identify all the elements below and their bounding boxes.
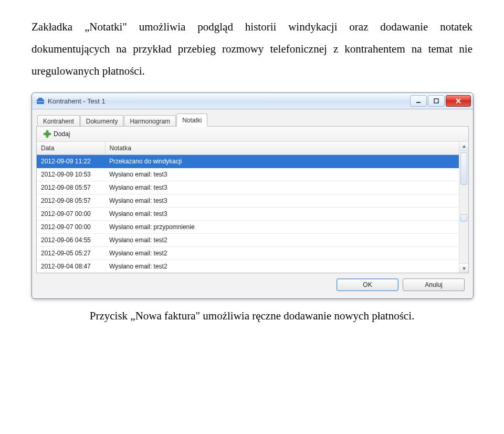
cell-note: Wysłano email: test3 — [105, 208, 468, 221]
tab-strip: Kontrahent Dokumenty Harmonogram Notatki — [36, 113, 469, 127]
cell-date: 2012-09-08 05:57 — [37, 194, 105, 208]
notes-grid-wrap: Data Notatka 2012-09-09 11:22 Przekazano… — [37, 142, 468, 273]
scroll-track[interactable] — [459, 151, 468, 263]
cell-date: 2012-09-07 00:00 — [37, 208, 105, 221]
vertical-scrollbar[interactable] — [459, 142, 468, 273]
svg-marker-11 — [463, 145, 466, 148]
cell-date: 2012-09-08 05:57 — [37, 181, 105, 194]
table-row[interactable]: 2012-09-08 05:57 Wysłano email: test3 — [37, 194, 468, 208]
table-row[interactable]: 2012-09-09 10:53 Wysłano email: test3 — [37, 168, 468, 181]
cell-note: Wysłano email: przypomnienie — [105, 221, 468, 234]
tab-harmonogram[interactable]: Harmonogram — [124, 115, 176, 127]
tab-notatki[interactable]: Notatki — [176, 113, 207, 127]
scroll-up-arrow[interactable] — [459, 142, 468, 151]
minimize-button[interactable] — [410, 95, 427, 107]
scroll-down-arrow[interactable] — [459, 263, 468, 273]
cell-date: 2012-09-09 10:53 — [37, 168, 105, 181]
cell-note: Przekazano do windykacji — [105, 155, 468, 168]
table-row[interactable]: 2012-09-05 05:27 Wysłano email: test2 — [37, 247, 468, 260]
close-button[interactable] — [446, 95, 471, 107]
cell-note: Wysłano email: test3 — [105, 168, 468, 181]
cell-date: 2012-09-05 05:27 — [37, 247, 105, 260]
svg-rect-1 — [38, 98, 43, 100]
col-header-note[interactable]: Notatka — [105, 142, 459, 155]
tab-kontrahent[interactable]: Kontrahent — [37, 115, 80, 127]
tab-panel-notatki: Dodaj Data Notatka — [36, 126, 469, 273]
col-header-date[interactable]: Data — [37, 142, 105, 155]
dialog-window: Kontrahent - Test 1 Kontrahent — [32, 92, 474, 299]
tab-dokumenty[interactable]: Dokumenty — [80, 115, 124, 127]
app-icon — [36, 97, 45, 105]
svg-rect-4 — [434, 99, 438, 103]
add-button[interactable]: Dodaj — [40, 129, 73, 139]
cell-date: 2012-09-09 11:22 — [37, 155, 105, 168]
caption: Przycisk „Nowa faktura" umożliwia ręczne… — [32, 309, 472, 323]
window-title: Kontrahent - Test 1 — [48, 97, 410, 105]
cell-date: 2012-09-04 08:47 — [37, 260, 105, 273]
table-row[interactable]: 2012-09-06 04:55 Wysłano email: test2 — [37, 234, 468, 247]
table-row[interactable]: 2012-09-09 11:22 Przekazano do windykacj… — [37, 155, 468, 168]
dialog-footer: OK Anuluj — [36, 273, 469, 293]
cell-note: Wysłano email: test2 — [105, 234, 468, 247]
cell-note: Wysłano email: test2 — [105, 247, 468, 260]
toolbar: Dodaj — [37, 127, 468, 142]
intro-paragraph: Zakładka „Notatki" umożliwia podgląd his… — [32, 16, 472, 82]
scroll-nub[interactable] — [460, 214, 467, 222]
maximize-button[interactable] — [428, 95, 445, 107]
cell-note: Wysłano email: test3 — [105, 181, 468, 194]
cell-note: Wysłano email: test3 — [105, 194, 468, 208]
grid-header-row: Data Notatka — [37, 142, 468, 155]
cell-note: Wysłano email: test2 — [105, 260, 468, 273]
svg-rect-2 — [37, 101, 44, 102]
table-row[interactable]: 2012-09-04 08:47 Wysłano email: test2 — [37, 260, 468, 273]
titlebar[interactable]: Kontrahent - Test 1 — [32, 93, 473, 109]
svg-rect-3 — [416, 102, 421, 103]
table-row[interactable]: 2012-09-07 00:00 Wysłano email: przypomn… — [37, 221, 468, 234]
client-area: Kontrahent Dokumenty Harmonogram Notatki — [32, 109, 473, 298]
plus-icon — [43, 130, 51, 138]
cancel-button[interactable]: Anuluj — [403, 278, 465, 291]
add-button-label: Dodaj — [54, 130, 70, 138]
cell-date: 2012-09-07 00:00 — [37, 221, 105, 234]
table-row[interactable]: 2012-09-08 05:57 Wysłano email: test3 — [37, 181, 468, 194]
table-row[interactable]: 2012-09-07 00:00 Wysłano email: test3 — [37, 208, 468, 221]
svg-rect-8 — [44, 133, 51, 135]
notes-grid[interactable]: Data Notatka 2012-09-09 11:22 Przekazano… — [37, 142, 468, 273]
ok-button[interactable]: OK — [337, 278, 398, 291]
svg-marker-12 — [463, 267, 466, 270]
scroll-thumb[interactable] — [460, 152, 467, 185]
cell-date: 2012-09-06 04:55 — [37, 234, 105, 247]
